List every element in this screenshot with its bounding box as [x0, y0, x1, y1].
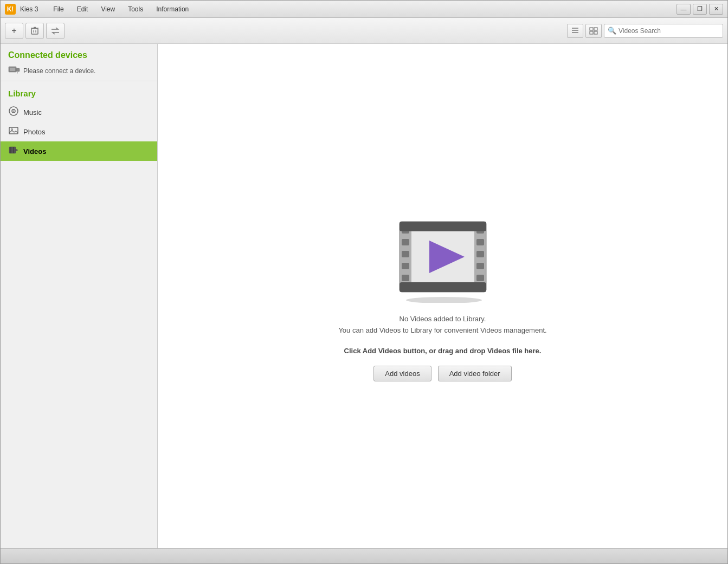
- svg-rect-14: [10, 68, 15, 71]
- add-videos-button[interactable]: Add videos: [373, 366, 431, 381]
- empty-primary-text: No Videos added to Library. You can add …: [338, 314, 546, 336]
- grid-view-button[interactable]: [585, 24, 602, 38]
- svg-rect-28: [402, 239, 409, 245]
- music-icon: [8, 106, 19, 118]
- search-box[interactable]: 🔍: [604, 24, 723, 38]
- svg-point-15: [17, 73, 18, 74]
- svg-rect-13: [16, 68, 20, 72]
- window-controls: — ❐ ✕: [677, 4, 723, 15]
- svg-rect-9: [594, 28, 597, 30]
- empty-state: No Videos added to Library. You can add …: [338, 211, 546, 382]
- svg-rect-0: [31, 29, 38, 34]
- svg-rect-21: [9, 147, 16, 153]
- svg-rect-29: [402, 251, 409, 257]
- library-title: Library: [1, 87, 157, 102]
- svg-rect-31: [402, 275, 409, 281]
- svg-point-18: [13, 111, 14, 112]
- empty-secondary-text: Click Add Videos button, or drag and dro…: [344, 347, 542, 355]
- videos-icon: [8, 145, 19, 157]
- photos-icon: [8, 126, 19, 138]
- title-bar-left: K! Kies 3 File Edit View Tools Informati…: [5, 4, 191, 15]
- menu-edit[interactable]: Edit: [75, 4, 91, 14]
- menu-view[interactable]: View: [99, 4, 117, 14]
- svg-rect-11: [594, 31, 597, 34]
- library-section: Library Music: [1, 81, 157, 166]
- minimize-button[interactable]: —: [677, 4, 691, 15]
- svg-rect-36: [476, 275, 484, 281]
- add-button[interactable]: +: [5, 23, 23, 39]
- svg-marker-22: [16, 149, 18, 151]
- svg-rect-19: [9, 127, 18, 134]
- close-button[interactable]: ✕: [709, 4, 723, 15]
- sidebar-item-photos[interactable]: Photos: [1, 122, 157, 141]
- sidebar: Connected devices Please connect a devic…: [1, 44, 158, 548]
- sidebar-item-music[interactable]: Music: [1, 102, 157, 122]
- svg-rect-33: [476, 239, 484, 245]
- menu-tools[interactable]: Tools: [126, 4, 145, 14]
- app-window: K! Kies 3 File Edit View Tools Informati…: [0, 0, 728, 564]
- svg-point-20: [11, 129, 13, 131]
- svg-rect-10: [590, 31, 593, 34]
- add-video-folder-button[interactable]: Add video folder: [438, 366, 512, 381]
- svg-point-25: [406, 297, 482, 303]
- toolbar: +: [1, 18, 727, 44]
- music-label: Music: [23, 108, 42, 116]
- app-name: Kies 3: [20, 5, 38, 13]
- photos-label: Photos: [23, 128, 45, 136]
- menu-information[interactable]: Information: [154, 4, 191, 14]
- videos-label: Videos: [23, 147, 46, 155]
- list-view-button[interactable]: [567, 24, 583, 38]
- svg-rect-35: [476, 263, 484, 269]
- sidebar-item-videos[interactable]: Videos: [1, 141, 157, 161]
- app-icon: K!: [5, 4, 16, 15]
- action-buttons: Add videos Add video folder: [373, 366, 511, 381]
- transfer-button[interactable]: [46, 23, 65, 39]
- svg-rect-8: [590, 28, 593, 30]
- svg-rect-38: [400, 222, 486, 231]
- delete-button[interactable]: [25, 23, 44, 39]
- restore-button[interactable]: ❐: [693, 4, 707, 15]
- video-placeholder-icon: [394, 211, 492, 303]
- device-message: Please connect a device.: [23, 67, 95, 75]
- title-bar: K! Kies 3 File Edit View Tools Informati…: [1, 1, 727, 18]
- search-input[interactable]: [619, 27, 719, 35]
- connected-devices-section: Connected devices Please connect a devic…: [1, 44, 157, 81]
- search-icon: 🔍: [608, 27, 616, 35]
- svg-rect-39: [400, 282, 486, 292]
- status-bar: [1, 548, 727, 563]
- menu-file[interactable]: File: [51, 4, 66, 14]
- main-layout: Connected devices Please connect a devic…: [1, 44, 727, 548]
- device-placeholder: Please connect a device.: [8, 66, 150, 76]
- svg-rect-30: [402, 263, 409, 269]
- device-connect-icon: [8, 66, 20, 76]
- connected-devices-title: Connected devices: [8, 50, 150, 60]
- menu-bar: File Edit View Tools Information: [51, 4, 191, 14]
- content-area: No Videos added to Library. You can add …: [158, 44, 727, 548]
- svg-rect-34: [476, 251, 484, 257]
